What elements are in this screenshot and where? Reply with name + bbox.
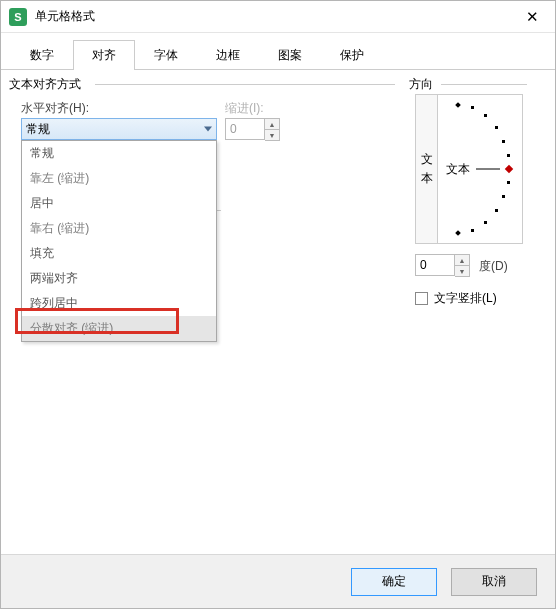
ok-button[interactable]: 确定 (351, 568, 437, 596)
degree-input[interactable] (415, 254, 455, 276)
window-title: 单元格格式 (35, 8, 510, 25)
dd-option-fill[interactable]: 填充 (22, 241, 216, 266)
horizontal-align-dropdown[interactable]: 常规 靠左 (缩进) 居中 靠右 (缩进) 填充 两端对齐 跨列居中 分散对齐 … (21, 140, 217, 342)
degree-spin-buttons: ▲ ▼ (455, 254, 470, 277)
vertical-text-checkbox-label: 文字竖排(L) (434, 290, 497, 307)
svg-rect-9 (495, 209, 498, 212)
indent-spinner[interactable]: ▲ ▼ (225, 118, 280, 141)
tab-number[interactable]: 数字 (11, 40, 73, 70)
horizontal-align-combo[interactable]: 常规 (21, 118, 217, 140)
orientation-dial[interactable]: 文本 (438, 95, 522, 243)
group-divider (95, 84, 395, 85)
tab-protect[interactable]: 保护 (321, 40, 383, 70)
indent-spin-buttons: ▲ ▼ (265, 118, 280, 141)
tab-bar: 数字 对齐 字体 边框 图案 保护 (1, 33, 555, 70)
orientation-dial-svg: 文本 (438, 95, 524, 243)
vtext-char: 文 (421, 151, 433, 168)
checkbox-box-icon (415, 292, 428, 305)
spin-down-icon[interactable]: ▼ (265, 129, 279, 140)
dd-option-general[interactable]: 常规 (22, 141, 216, 166)
svg-rect-13 (505, 165, 513, 173)
vtext-char: 本 (421, 170, 433, 187)
tab-font[interactable]: 字体 (135, 40, 197, 70)
chevron-down-icon (204, 127, 212, 132)
spin-up-icon[interactable]: ▲ (455, 255, 469, 265)
svg-rect-4 (495, 126, 498, 129)
vertical-text-checkbox[interactable]: 文字竖排(L) (415, 290, 497, 307)
svg-rect-12 (455, 230, 461, 236)
indent-input (225, 118, 265, 140)
close-icon[interactable]: ✕ (510, 2, 555, 32)
orientation-box[interactable]: 文 本 文本 (415, 94, 523, 244)
dd-option-center-across[interactable]: 跨列居中 (22, 291, 216, 316)
svg-rect-6 (507, 154, 510, 157)
svg-rect-8 (502, 195, 505, 198)
degree-spinner[interactable]: ▲ ▼ (415, 254, 470, 277)
client-area: 文本对齐方式 水平对齐(H): 缩进(I): 常规 ▲ ▼ 常规 靠左 (缩进)… (1, 70, 555, 550)
cancel-button[interactable]: 取消 (451, 568, 537, 596)
tab-align[interactable]: 对齐 (73, 40, 135, 70)
tab-border[interactable]: 边框 (197, 40, 259, 70)
app-icon: S (9, 8, 27, 26)
svg-rect-11 (471, 229, 474, 232)
dd-option-left-indent[interactable]: 靠左 (缩进) (22, 166, 216, 191)
horizontal-align-value: 常规 (26, 121, 50, 138)
svg-rect-5 (502, 140, 505, 143)
degree-label: 度(D) (479, 258, 508, 275)
dd-option-justify[interactable]: 两端对齐 (22, 266, 216, 291)
orientation-group-label: 方向 (409, 76, 433, 93)
svg-rect-10 (484, 221, 487, 224)
svg-rect-7 (507, 181, 510, 184)
dial-center-text: 文本 (446, 162, 470, 176)
text-align-group-label: 文本对齐方式 (9, 76, 81, 93)
footer: 确定 取消 (1, 554, 555, 608)
indent-label: 缩进(I): (225, 100, 264, 117)
dd-option-center[interactable]: 居中 (22, 191, 216, 216)
tab-pattern[interactable]: 图案 (259, 40, 321, 70)
svg-rect-1 (455, 102, 461, 108)
svg-rect-3 (484, 114, 487, 117)
dd-option-distributed-indent[interactable]: 分散对齐 (缩进) (22, 316, 216, 341)
titlebar: S 单元格格式 ✕ (1, 1, 555, 33)
dd-option-right-indent[interactable]: 靠右 (缩进) (22, 216, 216, 241)
svg-rect-2 (471, 106, 474, 109)
horizontal-align-label: 水平对齐(H): (21, 100, 89, 117)
orientation-vertical-label[interactable]: 文 本 (416, 95, 438, 243)
group-divider-3 (441, 84, 527, 85)
spin-up-icon[interactable]: ▲ (265, 119, 279, 129)
spin-down-icon[interactable]: ▼ (455, 265, 469, 276)
